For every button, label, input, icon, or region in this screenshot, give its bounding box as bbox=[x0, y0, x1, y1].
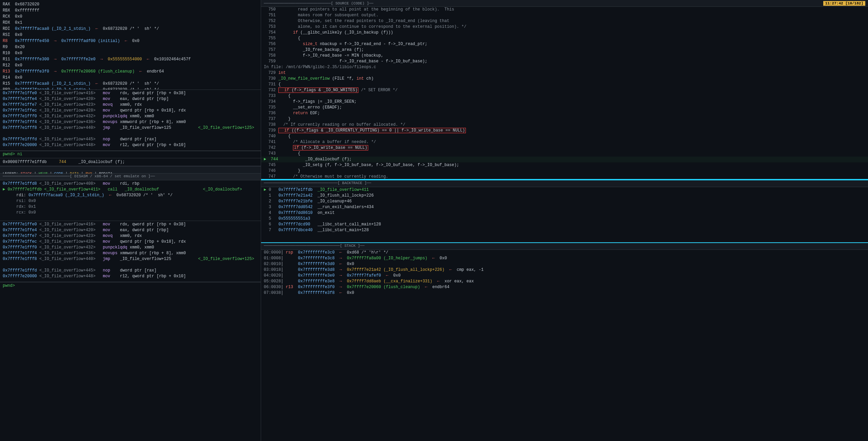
bt-5: 5 0x555555551a3 bbox=[261, 216, 868, 222]
source-line-739: 739 if ((f->_flags & _IO_CURRENTLY_PUTTI… bbox=[261, 128, 868, 134]
source-line-730: 730_IO_new_file_overflow (FILE *f, int c… bbox=[261, 76, 868, 82]
reg-r15: R15 0x7ffff7facaa0 (_IO_2_1_stdin_) ← 0x… bbox=[3, 81, 258, 87]
stack-5: 05:0028│ 0x7ffffffffe3e8 → 0x7ffff7dd8ae… bbox=[261, 279, 868, 284]
bt-7: 7 0x7ffff7dbce40 __libc_start_main+128 bbox=[261, 227, 868, 233]
source-line-753a: 753 alone, so it can continue to corresp… bbox=[261, 24, 868, 30]
reg-rdi: RDI 0x7ffff7facaa0 (_IO_2_1_stdin_) ← 0x… bbox=[3, 26, 258, 32]
disasm-upper-panel: 0x7ffff7e1ffe0 <_IO_file_overflow+416> m… bbox=[0, 90, 261, 151]
legend-bar: LEGEND: STACK | HEAP | CODE | DATA | RWX… bbox=[0, 166, 261, 174]
stack-panel: ──────────────────────────────────[ STAC… bbox=[261, 242, 868, 441]
reg-rcx: RCX 0x0 bbox=[3, 14, 258, 20]
bt-0: ► 0 0x7ffff7e1ffdb _IO_file_overflow+411 bbox=[261, 187, 868, 193]
source-line-751a: 751 makes room for subsequent output. bbox=[261, 13, 868, 18]
stack-4: 04:0020│ 0x7ffffffffe3e0 → 0x7ffff7fafef… bbox=[261, 273, 868, 279]
source-line-745: 745 _IO_setg (f, f->_IO_buf_base, f->_IO… bbox=[261, 162, 868, 168]
source-line-746: 746 } bbox=[261, 168, 868, 174]
source-content: 750 read pointers to all point at the be… bbox=[261, 7, 868, 180]
reg-rbp: RBP 0x7ffff7facaa0 (_IO_2_1_stdin_) ← 0x… bbox=[3, 87, 258, 90]
source-panel: ──────────────────────────────[ SOURCE (… bbox=[261, 0, 868, 180]
left-panel: RAX 0x68732020 RBX 0xffffffff RCX 0x0 RD… bbox=[0, 0, 261, 441]
pwnd-prompt-2[interactable]: pwnd> bbox=[0, 282, 261, 441]
source-line-737: 737 } bbox=[261, 116, 868, 122]
reg-r14: R14 0x0 bbox=[3, 75, 258, 81]
source-line-736: 736 return EOF; bbox=[261, 111, 868, 116]
pwnd-cmd-2: pwnd> bbox=[3, 283, 15, 288]
source-line-734: 734 f->_flags |= _IO_ERR_SEEN; bbox=[261, 99, 868, 105]
reg-r11: R11 0x7fffffffe300 → 0x7ffff7ffe2e0 → 0x… bbox=[3, 56, 258, 62]
source-header: ──────────────────────────────[ SOURCE (… bbox=[261, 0, 868, 7]
disasm-lower-panel: 0x7ffff7e1ffd8 <_IO_file_overflow+408> m… bbox=[0, 180, 261, 221]
stack-3: 03:0018│ 0x7ffffffffe3d8 → 0x7ffff7e21a4… bbox=[261, 267, 868, 273]
backtrace-label: ─────────────────────────────────[ BACKT… bbox=[261, 180, 868, 187]
reg-r13: R13 0x7fffffffe3f0 → 0x7ffff7e20060 (flu… bbox=[3, 68, 258, 75]
reg-r10: R10 0x0 bbox=[3, 50, 258, 56]
source-line-752a: 752 Otherwise, set the read pointers to … bbox=[261, 18, 868, 24]
reg-r12: R12 0x0 bbox=[3, 62, 258, 68]
stack-0: 00:0000│ rsp 0x7ffffffffe3c0 ← 0xd68 /* … bbox=[261, 250, 868, 256]
pwnd-prompt-1[interactable]: pwnd> ni bbox=[0, 151, 261, 158]
stack-label: ──────────────────────────────────[ STAC… bbox=[261, 243, 868, 250]
source-line-757: 757 _IO_free_backup_area (f); bbox=[261, 47, 868, 53]
source-line-756: 756 size_t nbackup = f->_IO_read_end - f… bbox=[261, 41, 868, 47]
stack-7: 07:0038│ 0x7ffffffffe3f8 ← 0x0 bbox=[261, 290, 868, 296]
source-header-label: ──────────────────────────────[ SOURCE (… bbox=[264, 1, 373, 5]
reg-rbx: RBX 0xffffffff bbox=[3, 7, 258, 14]
source-line-750a: 750 read pointers to all point at the be… bbox=[261, 7, 868, 13]
reg-rsi: RSI 0x0 bbox=[3, 32, 258, 38]
source-line-733: 733 { bbox=[261, 93, 868, 99]
source-line-742: 742 if (f->_IO_write_base == NULL) bbox=[261, 145, 868, 151]
time-badge: 11:27:42 [10/182] bbox=[823, 1, 865, 6]
reg-r8: R8 0x7fffffffe450 → 0x7ffff7fadf00 (init… bbox=[3, 38, 258, 44]
reg-rax: RAX 0x68732020 bbox=[3, 1, 258, 7]
bt-2: 2 0x7ffff7e21bfe _IO_cleanup+46 bbox=[261, 199, 868, 204]
source-line-747: 747 /* Otherwise must be currently readi… bbox=[261, 174, 868, 180]
source-line-743: 743 { bbox=[261, 151, 868, 157]
source-line-738: 738 /* If currently reading or no buffer… bbox=[261, 122, 868, 128]
source-line-744: ►744 _IO_doallocbuf (f); bbox=[261, 157, 868, 162]
source-line-741: 741 /* Allocate a buffer if needed. */ bbox=[261, 139, 868, 145]
reg-r9: R9 0x20 bbox=[3, 44, 258, 50]
reg-rdx: RDX 0x1 bbox=[3, 20, 258, 26]
stack-1: 01:0008│ 0x7ffffffffe3c8 → 0x7ffff7fa8a0… bbox=[261, 256, 868, 261]
disasm-header: ──────────────────────────────[ DISASM /… bbox=[0, 174, 261, 180]
source-line-740: 740 { bbox=[261, 134, 868, 139]
source-line-729: 729int bbox=[261, 70, 868, 76]
source-line-731: 731{ bbox=[261, 82, 868, 87]
source-line-732: 732 if (f->_flags & _IO_NO_WRITES) /* SE… bbox=[261, 87, 868, 93]
ni-result-line: 0x00007ffff7e1ffdb 744 _IO_doallocbuf (f… bbox=[0, 158, 261, 166]
bt-6: 6 0x7ffff7dcd90 __libc_start_call_main+1… bbox=[261, 222, 868, 227]
source-fileinfo: In file: /mnt/d/PWN/glibc-2.35/libio/fil… bbox=[261, 64, 868, 70]
disasm-lower2-panel: 0x7ffff7e1ffe0 <_IO_file_overflow+416> m… bbox=[0, 221, 261, 282]
source-line-754: 754 if (__glibc_unlikely (_IO_in_backup … bbox=[261, 30, 868, 36]
bt-3: 3 0x7ffff7dd0542 __run_exit_handlers+434 bbox=[261, 204, 868, 210]
stack-6: 06:0030│ r13 0x7ffffffffe3f0 → 0x7ffff7e… bbox=[261, 284, 868, 290]
stack-2: 02:0010│ 0x7ffffffffe3d0 ← 0x0 bbox=[261, 261, 868, 267]
source-line-758: 758 f->_IO_read_base -= MIN (nbackup, bbox=[261, 53, 868, 59]
bottom-panels: ─────────────────────────────────[ BACKT… bbox=[261, 180, 868, 441]
backtrace-panel: ─────────────────────────────────[ BACKT… bbox=[261, 180, 868, 242]
bt-4: 4 0x7ffff7dd8610 on_exit bbox=[261, 210, 868, 216]
registers-panel: RAX 0x68732020 RBX 0xffffffff RCX 0x0 RD… bbox=[0, 0, 261, 90]
source-line-759: 759 f->_IO_read_base - f->_IO_buf_base); bbox=[261, 59, 868, 64]
bt-1: 1 0x7ffff7e21a42 _IO_flush_all_lockp+226 bbox=[261, 193, 868, 199]
right-panel: ──────────────────────────────[ SOURCE (… bbox=[261, 0, 868, 441]
pwnd-cmd-1: pwnd> ni bbox=[3, 152, 22, 157]
source-line-755: 755 { bbox=[261, 36, 868, 41]
source-line-735: 735 __set_errno (EBADF); bbox=[261, 105, 868, 111]
